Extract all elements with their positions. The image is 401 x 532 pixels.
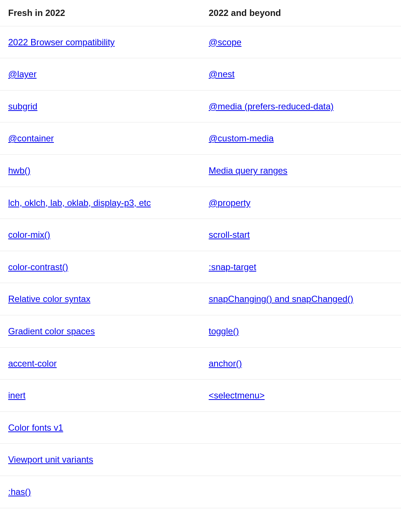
feature-link[interactable]: Media query ranges [209, 165, 287, 175]
feature-link[interactable]: Relative color syntax [8, 294, 90, 304]
feature-link[interactable]: @layer [8, 69, 36, 79]
empty-cell [200, 444, 401, 476]
feature-link[interactable]: Viewport unit variants [8, 454, 93, 464]
table-row: @container @custom-media [0, 122, 401, 155]
feature-link[interactable]: Color fonts v1 [8, 423, 63, 433]
feature-link[interactable]: hwb() [8, 165, 30, 175]
feature-link[interactable]: snapChanging() and snapChanged() [209, 294, 353, 304]
feature-link[interactable]: :has() [8, 487, 31, 497]
table-header-row: Fresh in 2022 2022 and beyond [0, 0, 401, 26]
feature-link[interactable]: :snap-target [209, 262, 256, 272]
feature-link[interactable]: anchor() [209, 358, 242, 368]
feature-link[interactable]: lch, oklch, lab, oklab, display-p3, etc [8, 198, 151, 208]
feature-link[interactable]: inert [8, 390, 26, 400]
features-table: Fresh in 2022 2022 and beyond 2022 Brows… [0, 0, 401, 508]
table-row: Viewport unit variants [0, 444, 401, 476]
feature-link[interactable]: Gradient color spaces [8, 326, 95, 336]
feature-link[interactable]: accent-color [8, 358, 57, 368]
feature-link[interactable]: @property [209, 198, 250, 208]
empty-cell [200, 476, 401, 508]
feature-link[interactable]: @media (prefers-reduced-data) [209, 101, 334, 111]
feature-link[interactable]: subgrid [8, 101, 38, 111]
feature-link[interactable]: @scope [209, 37, 241, 47]
feature-link[interactable]: @nest [209, 69, 235, 79]
feature-link[interactable]: color-contrast() [8, 262, 68, 272]
table-row: Gradient color spaces toggle() [0, 315, 401, 347]
feature-link[interactable]: @custom-media [209, 133, 274, 143]
feature-link[interactable]: 2022 Browser compatibility [8, 37, 115, 47]
table-row: inert <selectmenu> [0, 380, 401, 412]
empty-cell [200, 411, 401, 444]
table-row: @layer @nest [0, 58, 401, 91]
table-row: hwb() Media query ranges [0, 154, 401, 187]
feature-link[interactable]: <selectmenu> [209, 390, 265, 400]
feature-link[interactable]: color-mix() [8, 230, 50, 240]
table-row: 2022 Browser compatibility @scope [0, 26, 401, 58]
table-row: Relative color syntax snapChanging() and… [0, 283, 401, 315]
feature-link[interactable]: @container [8, 133, 54, 143]
table-row: Color fonts v1 [0, 411, 401, 444]
feature-link[interactable]: scroll-start [209, 230, 250, 240]
column-header-fresh: Fresh in 2022 [0, 0, 200, 26]
table-row: :has() [0, 476, 401, 508]
table-row: color-contrast() :snap-target [0, 251, 401, 283]
column-header-beyond: 2022 and beyond [200, 0, 401, 26]
table-row: lch, oklch, lab, oklab, display-p3, etc … [0, 187, 401, 219]
table-row: color-mix() scroll-start [0, 219, 401, 251]
table-row: accent-color anchor() [0, 347, 401, 380]
feature-link[interactable]: toggle() [209, 326, 239, 336]
table-row: subgrid @media (prefers-reduced-data) [0, 90, 401, 122]
